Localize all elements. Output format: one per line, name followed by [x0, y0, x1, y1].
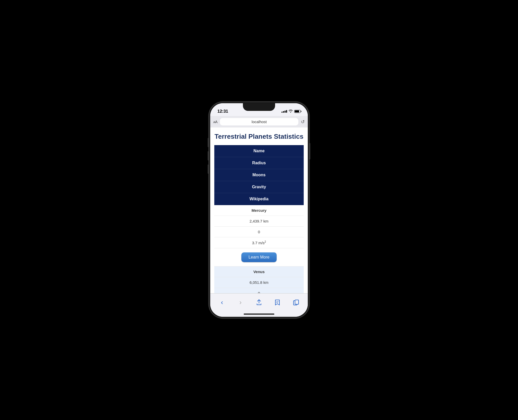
tabs-button[interactable]	[290, 297, 302, 308]
table-header: Name Radius Moons Gravity Wikipedia	[214, 145, 304, 205]
venus-radius: 6,051.8 km	[214, 277, 304, 288]
table-row: 6,051.8 km	[214, 277, 304, 288]
table-row: Venus	[214, 266, 304, 277]
bookmarks-icon	[275, 299, 280, 306]
home-bar	[244, 313, 274, 315]
venus-moons: 0	[214, 288, 304, 293]
share-button[interactable]	[253, 297, 265, 308]
tabs-icon	[293, 300, 299, 305]
back-icon: ‹	[221, 298, 223, 306]
notch	[243, 103, 275, 111]
bottom-nav: ‹ ›	[210, 293, 308, 311]
col-header-radius: Radius	[214, 157, 304, 169]
forward-icon: ›	[239, 298, 242, 306]
status-bar: 12:31	[210, 103, 308, 116]
reload-button[interactable]: ↻	[301, 119, 305, 125]
mercury-section: Mercury 2,439.7 km 0 3.7 m/s2 Learn More	[214, 205, 304, 266]
status-time: 12:31	[217, 109, 228, 114]
mercury-radius: 2,439.7 km	[214, 216, 304, 227]
home-indicator	[210, 311, 308, 317]
browser-url-bar[interactable]: localhost	[220, 118, 298, 125]
table-row: 0	[214, 288, 304, 293]
table-row: Learn More	[214, 248, 304, 266]
mercury-gravity: 3.7 m/s2	[214, 237, 304, 248]
mercury-wiki-cell: Learn More	[214, 248, 304, 266]
page-content: Terrestrial Planets Statistics Name Radi…	[210, 127, 308, 293]
table-row: 2,439.7 km	[214, 216, 304, 227]
table-row: Mercury	[214, 205, 304, 216]
planet-table: Name Radius Moons Gravity Wikipedia	[214, 145, 304, 205]
phone-device: 12:31	[209, 102, 309, 318]
venus-name: Venus	[214, 266, 304, 277]
mercury-name: Mercury	[214, 205, 304, 216]
back-button[interactable]: ‹	[216, 297, 228, 308]
bookmarks-button[interactable]	[271, 297, 284, 308]
page-title: Terrestrial Planets Statistics	[214, 133, 304, 141]
col-header-gravity: Gravity	[214, 181, 304, 193]
signal-icon	[281, 110, 287, 113]
battery-icon	[294, 110, 301, 113]
wifi-icon	[289, 110, 293, 113]
svg-rect-1	[295, 300, 299, 304]
mercury-learn-more-button[interactable]: Learn More	[241, 252, 277, 262]
status-icons	[281, 110, 301, 113]
forward-button[interactable]: ›	[234, 297, 247, 308]
col-header-name: Name	[214, 145, 304, 157]
table-row: 3.7 m/s2	[214, 237, 304, 248]
col-header-moons: Moons	[214, 169, 304, 181]
col-header-wikipedia: Wikipedia	[214, 193, 304, 205]
venus-section: Venus 6,051.8 km 0 8.87 m/s2	[214, 266, 304, 293]
browser-bar: AA localhost ↻	[210, 116, 308, 127]
mercury-moons: 0	[214, 227, 304, 237]
table-row: 0	[214, 227, 304, 237]
phone-screen: 12:31	[210, 103, 308, 317]
browser-aa-button[interactable]: AA	[213, 120, 217, 124]
share-icon	[256, 299, 262, 306]
